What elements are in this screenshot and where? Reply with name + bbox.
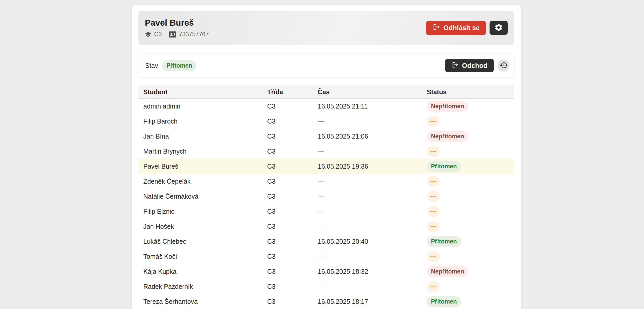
- student-name: Tomáš Kočí: [138, 253, 262, 260]
- student-time: ---: [313, 283, 422, 290]
- student-class: C3: [262, 148, 313, 155]
- status-badge: Přítomen: [427, 161, 461, 172]
- student-name: Filip Baroch: [138, 118, 262, 125]
- student-name: Kája Kupka: [138, 268, 262, 275]
- student-class: C3: [262, 163, 313, 170]
- history-button[interactable]: [498, 60, 509, 71]
- student-class: C3: [262, 268, 313, 275]
- status-badge: ---: [427, 191, 440, 202]
- student-time: 16.05.2025 21:11: [313, 103, 422, 110]
- leave-button-label: Odchod: [462, 62, 487, 70]
- table-row[interactable]: Kája Kupka C3 16.05.2025 18:32 Nepřítome…: [138, 264, 514, 279]
- status-badge: Přítomen: [427, 296, 461, 307]
- student-name: Zdeněk Čepelák: [138, 178, 262, 185]
- settings-button[interactable]: [490, 21, 508, 35]
- student-name: Jan Bína: [138, 133, 262, 140]
- student-name: Tereza Šerhantová: [138, 298, 262, 305]
- logout-icon: [432, 23, 440, 33]
- student-time: 16.05.2025 18:17: [313, 298, 422, 305]
- student-time: ---: [313, 178, 422, 185]
- student-class: C3: [262, 178, 313, 185]
- student-class: C3: [262, 238, 313, 245]
- leave-button[interactable]: Odchod: [445, 59, 494, 72]
- table-row[interactable]: Jan Bína C3 16.05.2025 21:06 Nepřítomen: [138, 129, 514, 144]
- logout-button-label: Odhlásit se: [443, 24, 480, 32]
- attendance-table: Student Třída Čas Status admin admin C3 …: [138, 85, 514, 309]
- student-name: Radek Pazderník: [138, 283, 262, 290]
- status-actions: Odchod: [445, 59, 509, 72]
- phone-meta: 733757767: [169, 31, 209, 38]
- column-header-status: Status: [422, 88, 514, 96]
- logout-button[interactable]: Odhlásit se: [426, 21, 486, 35]
- student-class: C3: [262, 298, 313, 305]
- student-time: ---: [313, 208, 422, 215]
- student-name: Lukáš Chlebec: [138, 238, 262, 245]
- student-class: C3: [262, 133, 313, 140]
- status-badge: Nepřítomen: [427, 101, 468, 112]
- status-badge: ---: [427, 116, 440, 127]
- status-badge: ---: [427, 281, 440, 292]
- student-time: 16.05.2025 20:40: [313, 238, 422, 245]
- column-header-time: Čas: [313, 88, 422, 96]
- table-row[interactable]: Jan Hošek C3 --- ---: [138, 219, 514, 234]
- student-name: Martin Brynych: [138, 148, 262, 155]
- status-card: Stav Přítomen Odchod: [138, 54, 514, 77]
- status-badge: ---: [427, 221, 440, 232]
- status-badge: Nepřítomen: [427, 131, 468, 142]
- student-name: Filip Elznic: [138, 208, 262, 215]
- profile-info: Pavel Bureš C3: [145, 18, 209, 38]
- table-header-row: Student Třída Čas Status: [138, 85, 514, 99]
- history-icon: [500, 61, 507, 70]
- page: { "header": { "title": "Pavel Bureš", "c…: [0, 0, 644, 309]
- phone-value: 733757767: [179, 31, 209, 38]
- student-time: 16.05.2025 18:32: [313, 268, 422, 275]
- table-row[interactable]: admin admin C3 16.05.2025 21:11 Nepřítom…: [138, 99, 514, 114]
- profile-meta: C3 733757767: [145, 31, 209, 38]
- gear-icon: [494, 23, 503, 33]
- student-time: ---: [313, 223, 422, 230]
- current-status-badge: Přítomen: [162, 60, 196, 71]
- student-time: 16.05.2025 21:06: [313, 133, 422, 140]
- graduation-cap-icon: [145, 31, 152, 38]
- student-name: Jan Hošek: [138, 223, 262, 230]
- student-class: C3: [262, 223, 313, 230]
- status-badge: ---: [427, 251, 440, 262]
- table-row[interactable]: Martin Brynych C3 --- ---: [138, 144, 514, 159]
- status-badge: Přítomen: [427, 236, 461, 247]
- student-name: Pavel Bureš: [138, 163, 262, 170]
- table-row[interactable]: Zdeněk Čepelák C3 --- ---: [138, 174, 514, 189]
- header-actions: Odhlásit se: [426, 21, 508, 35]
- column-header-student: Student: [138, 88, 262, 96]
- table-row[interactable]: Tomáš Kočí C3 --- ---: [138, 249, 514, 264]
- status-badge: ---: [427, 146, 440, 157]
- student-time: ---: [313, 193, 422, 200]
- logout-icon: [451, 61, 459, 70]
- student-class: C3: [262, 118, 313, 125]
- student-class: C3: [262, 103, 313, 110]
- student-class: C3: [262, 208, 313, 215]
- class-value: C3: [154, 31, 162, 38]
- student-time: 16.05.2025 19:36: [313, 163, 422, 170]
- table-row[interactable]: Filip Elznic C3 --- ---: [138, 204, 514, 219]
- profile-header: Pavel Bureš C3: [138, 11, 514, 45]
- student-time: ---: [313, 148, 422, 155]
- table-row[interactable]: Lukáš Chlebec C3 16.05.2025 20:40 Přítom…: [138, 234, 514, 249]
- student-class: C3: [262, 253, 313, 260]
- status-badge: Nepřítomen: [427, 266, 468, 277]
- student-name: Natálie Čermáková: [138, 193, 262, 200]
- status-badge: ---: [427, 206, 440, 217]
- status-label: Stav: [145, 62, 158, 69]
- student-time: ---: [313, 253, 422, 260]
- table-row[interactable]: Radek Pazderník C3 --- ---: [138, 279, 514, 294]
- table-row[interactable]: Pavel Bureš C3 16.05.2025 19:36 Přítomen: [138, 159, 514, 174]
- column-header-class: Třída: [262, 88, 313, 96]
- student-class: C3: [262, 283, 313, 290]
- table-body: admin admin C3 16.05.2025 21:11 Nepřítom…: [138, 99, 514, 309]
- status-badge: ---: [427, 176, 440, 187]
- table-row[interactable]: Tereza Šerhantová C3 16.05.2025 18:17 Př…: [138, 294, 514, 309]
- class-meta: C3: [145, 31, 162, 38]
- table-row[interactable]: Natálie Čermáková C3 --- ---: [138, 189, 514, 204]
- table-row[interactable]: Filip Baroch C3 --- ---: [138, 114, 514, 129]
- main-card: Pavel Bureš C3: [132, 5, 521, 309]
- contact-card-icon: [169, 31, 176, 38]
